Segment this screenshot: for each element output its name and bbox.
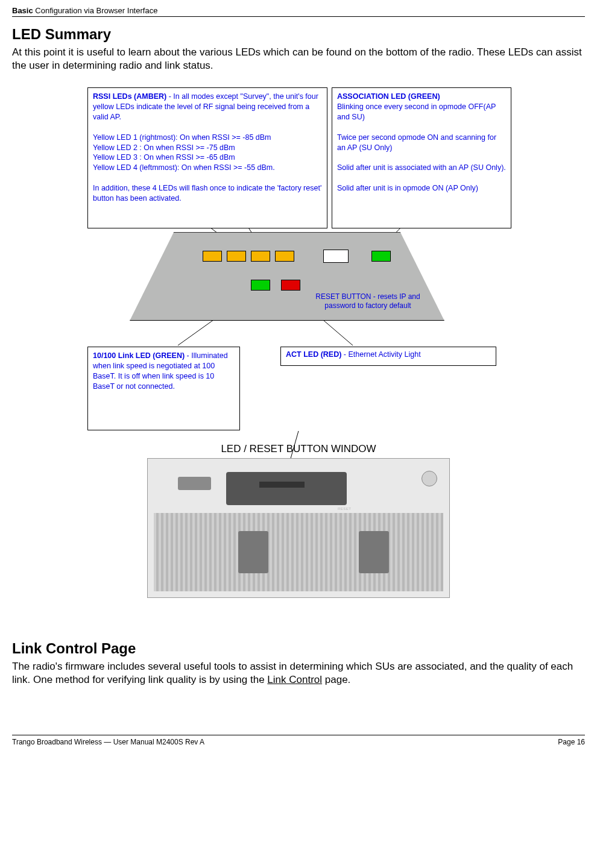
reset-button-label: RESET BUTTON - resets IP and password to… xyxy=(305,292,431,310)
rssi-led-4-icon xyxy=(203,251,222,262)
header-rest: Configuration via Browser Interface xyxy=(33,6,158,15)
reset-button-icon xyxy=(323,250,349,263)
link-body-link: Link Control xyxy=(267,674,322,685)
rssi-callout: RSSI LEDs (AMBER) - In all modes except … xyxy=(87,87,327,228)
rssi-led-3-icon xyxy=(227,251,246,262)
act-led-icon xyxy=(281,280,300,291)
link-title: 10/100 Link LED (GREEN) xyxy=(93,351,185,360)
association-callout: ASSOCIATION LED (GREEN) Blinking once ev… xyxy=(332,87,511,228)
led-window-icon: RESET xyxy=(226,472,347,505)
link-led-icon xyxy=(251,280,270,291)
led-diagram: RSSI LEDs (AMBER) - In all modes except … xyxy=(81,87,516,431)
led-row-icon xyxy=(259,482,305,488)
rssi-led-2-icon xyxy=(251,251,270,262)
act-led-callout: ACT LED (RED) - Ethernet Activity Light xyxy=(280,347,496,366)
mount-slot-right-icon xyxy=(359,531,389,573)
link-body-post: page. xyxy=(322,674,350,685)
running-header: Basic Configuration via Browser Interfac… xyxy=(12,6,585,17)
heatsink-fins-icon xyxy=(154,513,443,591)
association-led-icon xyxy=(371,251,391,262)
vent-cap-icon xyxy=(422,471,437,486)
act-body: - Ethernet Activity Light xyxy=(341,350,420,359)
assoc-body: Blinking once every second in opmode OFF… xyxy=(337,102,506,192)
rssi-title: RSSI LEDs (AMBER) xyxy=(93,92,166,101)
link-control-heading: Link Control Page xyxy=(12,640,585,657)
mount-slot-left-icon xyxy=(238,531,268,573)
rssi-tail: In addition, these 4 LEDs will flash onc… xyxy=(93,184,321,203)
radio-underside-photo: RESET xyxy=(147,458,450,598)
link-led-callout: 10/100 Link LED (GREEN) - Illuminated wh… xyxy=(87,347,240,430)
footer-right: Page 16 xyxy=(558,738,585,746)
page-footer: Trango Broadband Wireless — User Manual … xyxy=(12,735,585,746)
footer-page-label: Page xyxy=(558,738,576,746)
led-summary-heading: LED Summary xyxy=(12,26,585,43)
reset-tiny-label: RESET xyxy=(338,507,352,511)
connector-icon xyxy=(178,477,211,490)
act-title: ACT LED (RED) xyxy=(286,350,341,359)
assoc-title: ASSOCIATION LED (GREEN) xyxy=(337,92,440,101)
led-summary-intro: At this point it is useful to learn abou… xyxy=(12,46,585,72)
header-bold: Basic xyxy=(12,6,33,15)
footer-left: Trango Broadband Wireless — User Manual … xyxy=(12,738,204,746)
link-control-body: The radio's firmware includes several us… xyxy=(12,660,585,687)
rssi-led-1-icon xyxy=(275,251,294,262)
footer-page-number: 16 xyxy=(577,738,585,746)
rssi-lines: Yellow LED 1 (rightmost): On when RSSI >… xyxy=(93,133,275,172)
